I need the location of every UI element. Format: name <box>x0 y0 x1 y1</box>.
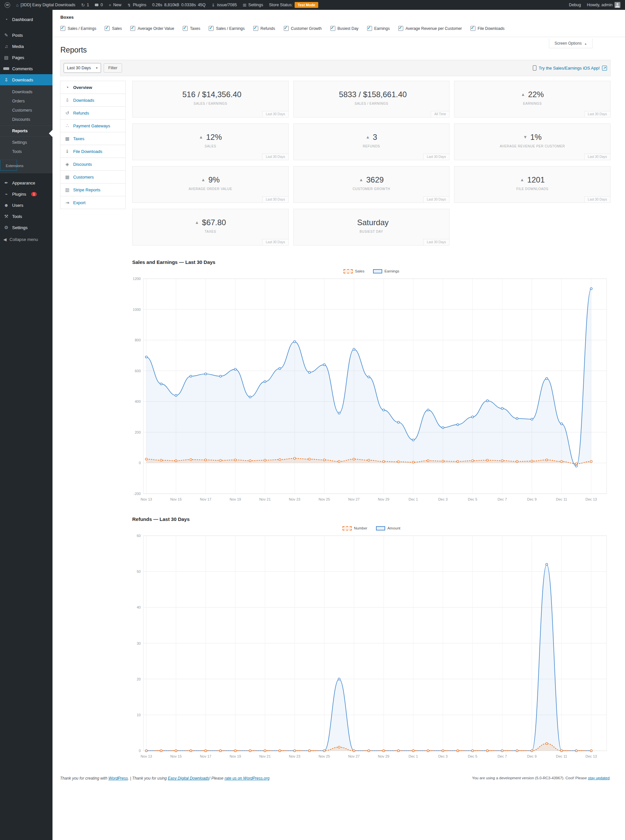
wordpress-menu[interactable]: W <box>5 2 10 8</box>
collapse-menu-button[interactable]: ◀Collapse menu <box>0 234 53 245</box>
svg-text:Nov 15: Nov 15 <box>170 497 182 501</box>
sidebar-item-tools[interactable]: ⚒Tools <box>0 211 53 222</box>
submenu-item-discounts[interactable]: Discounts <box>0 115 53 124</box>
earnings-series-swatch <box>373 269 382 273</box>
svg-text:Nov 27: Nov 27 <box>348 497 359 501</box>
svg-text:Dec 11: Dec 11 <box>556 497 567 501</box>
download-icon: ⇩ <box>3 77 9 83</box>
svg-text:Nov 21: Nov 21 <box>259 754 271 758</box>
svg-text:Nov 23: Nov 23 <box>289 497 300 501</box>
sidebar-item-media[interactable]: ♫Media <box>0 41 53 52</box>
boxes-checkbox-file-downloads[interactable]: File Downloads <box>471 26 505 31</box>
report-nav-export[interactable]: ⇥Export <box>60 196 126 209</box>
svg-text:400: 400 <box>135 399 141 404</box>
rate-us-link[interactable]: rate us on WordPress.org <box>224 776 269 781</box>
svg-text:Nov 23: Nov 23 <box>289 754 300 758</box>
svg-text:Dec 9: Dec 9 <box>527 497 537 501</box>
tile-sales-earnings-alltime: 5833 / $158,661.40SALES / EARNINGSAll Ti… <box>293 81 450 117</box>
report-nav-overview[interactable]: ◔Overview <box>60 81 126 94</box>
checkbox-checked-icon <box>330 26 335 31</box>
updates-link[interactable]: ↻1 <box>81 3 89 7</box>
howdy-text: Howdy, admin <box>587 3 613 7</box>
gateways-icon: ∴ <box>65 123 70 128</box>
svg-text:Nov 21: Nov 21 <box>259 497 271 501</box>
report-nav-discounts[interactable]: ◈Discounts <box>60 157 126 171</box>
reports-section-nav: ◔Overview ⇩Downloads ↺Refunds ∴Payment G… <box>60 81 126 209</box>
submenu-item-extensions[interactable]: Extensions <box>0 159 17 171</box>
screen-options-tab[interactable]: Screen Options▲ <box>549 38 592 48</box>
submenu-item-settings[interactable]: Settings <box>0 138 53 147</box>
admin-sidebar: ◔Dashboard ✎Posts ♫Media ▤Pages Comments… <box>0 10 53 840</box>
sidebar-item-plugins[interactable]: ⌁Plugins1 <box>0 189 53 199</box>
sidebar-item-appearance[interactable]: ✒Appearance <box>0 177 53 189</box>
svg-text:600: 600 <box>135 369 141 373</box>
overview-icon: ◔ <box>65 85 70 90</box>
sales-earnings-chart-section: Sales and Earnings — Last 30 Days Sales … <box>132 259 611 508</box>
up-arrow-icon: ▲ <box>520 177 524 182</box>
sidebar-item-pages[interactable]: ▤Pages <box>0 52 53 63</box>
plugins-toolbar-link[interactable]: ↯Plugins <box>127 3 146 7</box>
collapse-icon: ◀ <box>3 237 6 242</box>
sidebar-item-posts[interactable]: ✎Posts <box>0 30 53 41</box>
boxes-checkbox-sales-earnings-1[interactable]: Sales / Earnings <box>61 26 96 31</box>
submenu-item-tools[interactable]: Tools <box>0 147 53 156</box>
boxes-checkbox-earnings[interactable]: Earnings <box>367 26 390 31</box>
git-branch-indicator[interactable]: ⇓issue/7085 <box>211 3 237 7</box>
new-content-link[interactable]: +New <box>109 3 121 7</box>
stay-updated-link[interactable]: stay updated <box>588 776 609 780</box>
report-nav-downloads[interactable]: ⇩Downloads <box>60 94 126 107</box>
svg-text:Dec 1: Dec 1 <box>409 497 418 501</box>
performance-stats: 0.26s 8,810kB 0.0338s 45Q <box>152 3 206 7</box>
sidebar-item-users[interactable]: ☻Users <box>0 199 53 211</box>
checkbox-checked-icon <box>105 26 110 31</box>
boxes-checkbox-customer-growth[interactable]: Customer Growth <box>284 26 322 31</box>
submenu-item-orders[interactable]: Orders <box>0 97 53 106</box>
date-range-select[interactable]: Last 30 Days▼ <box>64 63 101 73</box>
refunds-chart: 0102030405060Nov 13Nov 15Nov 17Nov 19Nov… <box>132 532 611 765</box>
wordpress-link[interactable]: WordPress <box>108 776 127 781</box>
checkbox-checked-icon <box>130 26 135 31</box>
sidebar-item-dashboard[interactable]: ◔Dashboard <box>0 14 53 25</box>
svg-text:Nov 29: Nov 29 <box>378 754 389 758</box>
sidebar-item-comments[interactable]: Comments <box>0 63 53 74</box>
report-nav-stripe-reports[interactable]: ▥Stripe Reports <box>60 183 126 196</box>
svg-text:Dec 13: Dec 13 <box>586 754 597 758</box>
report-nav-file-downloads[interactable]: ⇓File Downloads <box>60 145 126 158</box>
svg-text:Nov 29: Nov 29 <box>378 497 389 501</box>
settings-toolbar-link[interactable]: ⊞Settings <box>243 3 263 7</box>
boxes-checkbox-average-order-value[interactable]: Average Order Value <box>130 26 174 31</box>
boxes-checkbox-refunds[interactable]: Refunds <box>253 26 275 31</box>
avatar <box>614 2 620 8</box>
filter-button[interactable]: Filter <box>104 63 122 73</box>
edd-link[interactable]: Easy Digital Downloads <box>168 776 209 781</box>
report-nav-customers[interactable]: ▦Customers <box>60 170 126 184</box>
comments-icon <box>3 67 9 70</box>
report-nav-refunds[interactable]: ↺Refunds <box>60 106 126 120</box>
boxes-checkbox-average-revenue-per-customer[interactable]: Average Revenue per Customer <box>398 26 462 31</box>
svg-text:Dec 3: Dec 3 <box>438 754 448 758</box>
submenu-item-reports[interactable]: Reports <box>0 125 53 137</box>
media-icon: ♫ <box>3 44 9 49</box>
svg-text:40: 40 <box>137 605 141 609</box>
site-name-link[interactable]: ⌂[3DD] Easy Digital Downloads <box>16 3 75 7</box>
svg-text:20: 20 <box>137 677 141 681</box>
report-nav-payment-gateways[interactable]: ∴Payment Gateways <box>60 119 126 132</box>
submenu-item-downloads[interactable]: Downloads <box>0 87 53 97</box>
debug-link[interactable]: Debug <box>569 3 581 7</box>
boxes-checkbox-sales[interactable]: Sales <box>105 26 122 31</box>
submenu-item-customers[interactable]: Customers <box>0 106 53 115</box>
sidebar-item-downloads[interactable]: ⇩Downloads <box>0 74 53 85</box>
tile-taxes: ▲$67.80TAXESLast 30 Days <box>132 209 289 246</box>
discount-tag-icon: ◈ <box>65 162 70 167</box>
test-mode-badge[interactable]: Test Mode <box>295 2 318 8</box>
ios-app-link[interactable]: Try the Sales/Earnings iOS App! ↗ <box>533 65 607 70</box>
svg-text:200: 200 <box>135 430 141 434</box>
report-nav-taxes[interactable]: ▦Taxes <box>60 132 126 145</box>
account-menu[interactable]: Howdy, admin <box>587 2 620 8</box>
boxes-checkbox-busiest-day[interactable]: Busiest Day <box>330 26 359 31</box>
boxes-checkbox-taxes[interactable]: Taxes <box>183 26 200 31</box>
sidebar-item-settings[interactable]: ⚙Settings <box>0 222 53 233</box>
comments-icon <box>95 4 98 6</box>
comments-link[interactable]: 0 <box>95 3 103 7</box>
boxes-checkbox-sales-earnings-2[interactable]: Sales / Earnings <box>209 26 244 31</box>
